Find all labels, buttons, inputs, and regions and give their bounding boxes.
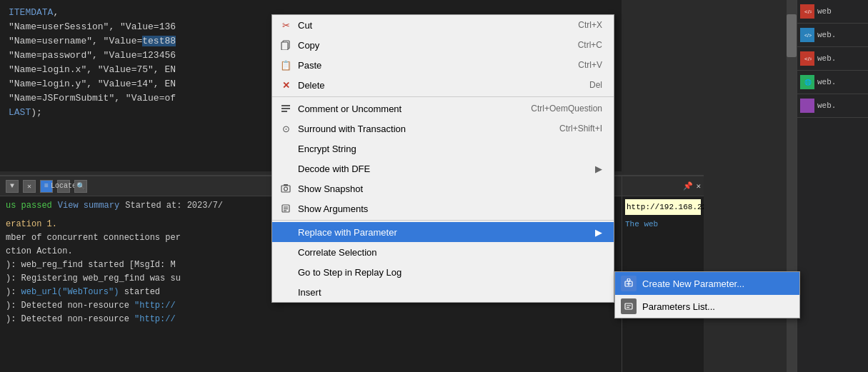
web-icon-1: </> (800, 4, 814, 19)
menu-label-comment: Comment or Uncomment (298, 104, 401, 114)
replace-arrow: ▶ (595, 227, 602, 238)
menu-item-insert[interactable]: Insert (272, 282, 614, 302)
svg-point-24 (627, 278, 630, 281)
comment-shortcut: Ctrl+OemQuestion (531, 104, 602, 114)
scrollbar-thumb[interactable] (787, 14, 797, 57)
detail-footer: The web (625, 218, 701, 231)
copy-shortcut: Ctrl+C (578, 40, 602, 50)
menu-item-surround[interactable]: ⊙ Surround with Transaction Ctrl+Shift+I (272, 119, 614, 139)
goto-icon (279, 266, 292, 278)
replace-icon (279, 226, 292, 238)
params-list-icon (621, 298, 637, 314)
delete-shortcut: Del (589, 80, 602, 90)
svg-rect-10 (281, 42, 288, 50)
surround-icon: ⊙ (279, 122, 292, 135)
svg-rect-12 (281, 108, 290, 109)
menu-label-correlate: Correlate Selection (298, 247, 377, 258)
create-param-icon (621, 276, 637, 291)
surround-shortcut: Ctrl+Shift+I (559, 124, 602, 134)
right-panel-item-5[interactable]: web. (797, 94, 868, 118)
menu-item-arguments[interactable]: Show Arguments (272, 198, 614, 218)
menu-label-paste: Paste (298, 60, 321, 71)
menu-label-delete: Delete (298, 80, 325, 91)
web-icon-3: </> (800, 51, 814, 66)
svg-text:</>: </> (804, 56, 812, 62)
web-icon-5 (800, 99, 814, 113)
log-dropdown-btn[interactable]: ▼ (6, 180, 19, 193)
menu-item-comment[interactable]: Comment or Uncomment Ctrl+OemQuestion (272, 99, 614, 119)
menu-label-goto: Go to Step in Replay Log (298, 267, 401, 278)
right-panel-label-3: web. (817, 54, 836, 63)
menu-item-encrypt[interactable]: Encrypt String (272, 139, 614, 159)
svg-point-15 (284, 187, 288, 191)
detail-pin-icon[interactable]: 📌 (683, 181, 693, 191)
comment-icon (279, 102, 292, 115)
right-panel-label-5: web. (817, 101, 836, 110)
correlate-icon (279, 246, 292, 258)
right-panel-label-1: web (817, 7, 832, 16)
snapshot-icon (279, 182, 292, 195)
right-panel-item-3[interactable]: </> web. (797, 47, 868, 71)
copy-icon (279, 39, 292, 51)
log-started-at: Started at: 2023/7/ (125, 201, 223, 211)
log-locate-btn[interactable]: Locate (57, 180, 70, 193)
log-search-btn[interactable]: 🔍 (74, 180, 87, 193)
menu-item-delete[interactable]: ✕ Delete Del (272, 75, 614, 95)
menu-label-cut: Cut (298, 20, 312, 31)
svg-rect-11 (281, 105, 290, 106)
right-panel-item-1[interactable]: </> web (797, 0, 868, 24)
detail-toolbar: 📌 ✕ (622, 176, 704, 196)
svg-text:🌐: 🌐 (804, 79, 812, 86)
right-panel-label-2: web. (817, 31, 836, 39)
web-icon-2: </> (800, 28, 814, 42)
delete-icon: ✕ (279, 79, 292, 91)
right-panel: </> web </> web. </> web. 🌐 web. web. (797, 0, 868, 372)
detail-close-icon[interactable]: ✕ (696, 181, 701, 191)
detail-url: http://192.168.228.6 (625, 199, 701, 215)
svg-rect-13 (281, 111, 287, 112)
menu-label-snapshot: Show Snapshot (298, 184, 363, 194)
paste-icon: 📋 (279, 59, 292, 71)
right-panel-item-2[interactable]: </> web. (797, 24, 868, 47)
svg-rect-16 (284, 184, 288, 186)
submenu-item-create[interactable]: Create New Parameter... (615, 272, 799, 295)
log-passed-label: us passed (6, 201, 52, 211)
separator-2 (272, 220, 614, 221)
submenu-label-list: Parameters List... (642, 301, 715, 312)
submenu-label-create: Create New Parameter... (642, 278, 744, 289)
svg-rect-8 (803, 101, 812, 110)
decode-icon (279, 162, 292, 175)
cut-icon: ✂ (279, 19, 292, 31)
right-panel-label-4: web. (817, 78, 836, 86)
svg-rect-25 (625, 303, 632, 309)
menu-label-insert: Insert (298, 287, 321, 298)
menu-item-decode[interactable]: Decode with DFE ▶ (272, 159, 614, 179)
encrypt-icon (279, 142, 292, 155)
menu-label-decode: Decode with DFE (298, 164, 370, 174)
menu-label-encrypt: Encrypt String (298, 144, 356, 154)
menu-item-goto[interactable]: Go to Step in Replay Log (272, 262, 614, 282)
log-close-btn[interactable]: ✕ (23, 180, 36, 193)
decode-arrow: ▶ (595, 164, 602, 174)
arguments-icon (279, 202, 292, 215)
menu-item-snapshot[interactable]: Show Snapshot (272, 179, 614, 198)
web-icon-4: 🌐 (800, 75, 814, 89)
menu-item-correlate[interactable]: Correlate Selection (272, 242, 614, 262)
submenu-replace: Create New Parameter... Parameters List.… (614, 271, 800, 318)
detail-content: http://192.168.228.6 The web (622, 196, 704, 233)
insert-icon (279, 286, 292, 298)
right-panel-item-4[interactable]: 🌐 web. (797, 71, 868, 94)
svg-rect-14 (281, 186, 290, 192)
view-summary-link[interactable]: View summary (58, 201, 119, 211)
menu-label-arguments: Show Arguments (298, 203, 368, 214)
menu-label-replace: Replace with Parameter (298, 227, 397, 238)
menu-item-cut[interactable]: ✂ Cut Ctrl+X (272, 15, 614, 35)
menu-item-copy[interactable]: Copy Ctrl+C (272, 35, 614, 55)
menu-item-paste[interactable]: 📋 Paste Ctrl+V (272, 55, 614, 75)
svg-text:</>: </> (804, 9, 812, 15)
paste-shortcut: Ctrl+V (578, 60, 602, 70)
submenu-item-list[interactable]: Parameters List... (615, 295, 799, 318)
menu-label-copy: Copy (298, 40, 319, 51)
menu-item-replace[interactable]: Replace with Parameter ▶ (272, 222, 614, 242)
cut-shortcut: Ctrl+X (578, 20, 602, 30)
